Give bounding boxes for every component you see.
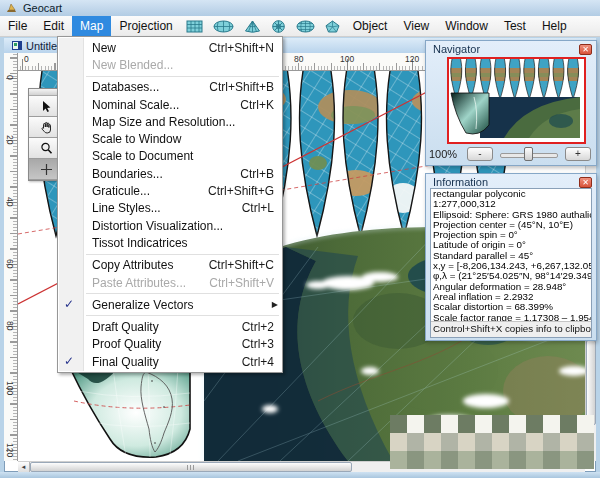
horizontal-scrollbar-thumb[interactable] [30,462,352,472]
menu-view[interactable]: View [395,16,437,36]
checkmark-icon: ✓ [64,297,78,311]
information-title: Information [433,176,579,188]
oval-projection-icon[interactable] [208,16,239,36]
h-ruler-label: 0 [24,54,29,64]
menu-help[interactable]: Help [534,16,575,36]
menu-item-proof-quality[interactable]: Proof QualityCtrl+3 [58,336,282,353]
menu-window[interactable]: Window [437,16,496,36]
grid-projection-icon[interactable] [181,16,208,36]
window-bottom-edge [0,472,600,478]
close-icon[interactable]: ✕ [579,44,592,55]
conic-projection-icon[interactable] [239,16,266,36]
app-titlebar: Geocart [0,0,600,16]
menu-item-draft-quality[interactable]: Draft QualityCtrl+2 [58,318,282,335]
information-readout: rectangular polyconic 1:277,000,312 Elli… [430,188,592,338]
vertical-ruler: 0 20 40 60 80 100 120 [4,53,18,461]
map-menu-dropdown: NewCtrl+Shift+N New Blended... Databases… [57,36,283,373]
v-ruler-label: 80 [5,321,15,330]
menubar: File Edit Map Projection Object View Win… [0,16,600,37]
menu-item-map-size-resolution[interactable]: Map Size and Resolution... [58,113,282,130]
menu-item-copy-attributes[interactable]: Copy AttributesCtrl+Shift+C [58,257,282,274]
menu-item-databases[interactable]: Databases...Ctrl+Shift+B [58,79,282,96]
info-clipboard-hint: Control+Shift+X copies info to clipboard [431,321,591,337]
v-ruler-label: 100 [5,381,15,395]
menu-item-generalize-vectors[interactable]: ✓Generalize Vectors▶ [58,296,282,313]
close-icon[interactable]: ✕ [579,177,592,188]
zoom-out-button[interactable]: - [467,147,493,161]
v-ruler-label: 20 [5,135,15,144]
zoom-slider-thumb[interactable] [524,147,533,161]
navigator-title: Navigator [433,43,579,55]
menu-item-scale-to-window[interactable]: Scale to Window [58,130,282,147]
zoom-percentage: 100% [427,148,467,160]
h-ruler-label: 120 [405,54,419,64]
navigator-zoom-controls: 100% - + [427,145,595,163]
geocart-app-icon [5,3,18,14]
menu-item-graticule[interactable]: Graticule...Ctrl+Shift+G [58,182,282,199]
azimuthal-projection-icon[interactable] [266,16,291,36]
checkmark-icon: ✓ [64,354,78,368]
v-ruler-label: 120 [5,443,15,457]
vertical-scrollbar-thumb[interactable] [586,340,596,425]
menu-projection[interactable]: Projection [111,16,180,36]
v-ruler-label: 0 [5,75,15,80]
navigator-thumbnail[interactable] [447,57,586,144]
menu-item-paste-attributes: Paste Attributes...Ctrl+Shift+V [58,274,282,291]
menu-object[interactable]: Object [345,16,396,36]
h-ruler-label: 100 [340,54,354,64]
menu-item-line-styles[interactable]: Line Styles...Ctrl+L [58,200,282,217]
menu-item-new-blended: New Blended... [58,56,282,73]
menu-item-distortion-visualization[interactable]: Distortion Visualization... [58,217,282,234]
menu-item-tissot-indicatrices[interactable]: Tissot Indicatrices [58,234,282,251]
polyhedral-projection-icon[interactable] [320,16,345,36]
crosshair-icon [40,163,53,176]
menu-test[interactable]: Test [496,16,534,36]
scrollbar-grip [187,465,196,470]
censored-watermark [390,415,594,469]
globe-projection-icon[interactable] [291,16,320,36]
hand-icon [40,121,53,134]
document-icon [12,41,22,50]
menu-item-boundaries[interactable]: Boundaries...Ctrl+B [58,165,282,182]
submenu-arrow-icon: ▶ [272,300,278,309]
menu-map[interactable]: Map [72,16,111,36]
scroll-left-arrow-icon[interactable]: ◄ [18,462,30,472]
menu-item-new[interactable]: NewCtrl+Shift+N [58,39,282,56]
v-ruler-label: 60 [5,259,15,268]
navigator-titlebar[interactable]: Navigator ✕ [426,41,596,57]
menu-item-scale-to-document[interactable]: Scale to Document [58,148,282,165]
menu-item-final-quality[interactable]: ✓Final QualityCtrl+4 [58,353,282,370]
pointer-icon [41,100,52,113]
app-title: Geocart [23,2,62,14]
zoom-in-button[interactable]: + [565,147,591,161]
distortion-map [70,368,190,457]
menu-item-nominal-scale[interactable]: Nominal Scale...Ctrl+K [58,96,282,113]
zoom-slider[interactable] [500,147,558,161]
v-ruler-label: 40 [5,197,15,206]
navigator-minimap [449,59,580,138]
window-left-edge [0,36,4,472]
menu-edit[interactable]: Edit [35,16,72,36]
h-ruler-label: 80 [294,54,303,64]
menu-file[interactable]: File [0,16,35,36]
magnifier-icon [40,142,53,155]
